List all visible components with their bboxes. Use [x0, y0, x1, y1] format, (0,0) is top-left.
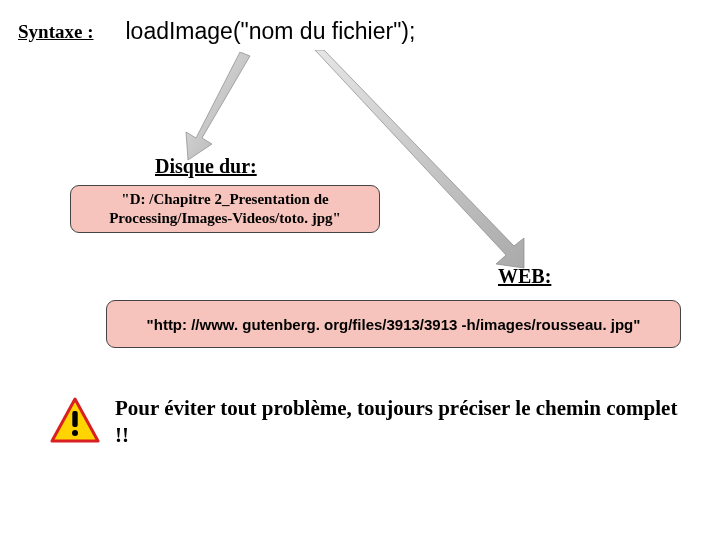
- arrow-to-web-icon: [310, 50, 530, 274]
- disque-dur-label: Disque dur:: [155, 155, 257, 178]
- disque-dur-example-text: "D: /Chapitre 2_Presentation de Processi…: [81, 190, 369, 228]
- svg-point-2: [72, 430, 78, 436]
- web-example-box: "http: //www. gutenberg. org/files/3913/…: [106, 300, 681, 348]
- warning-row: Pour éviter tout problème, toujours préc…: [50, 395, 690, 450]
- syntax-label: Syntaxe :: [18, 21, 93, 43]
- warning-icon: [50, 397, 100, 447]
- web-label: WEB:: [498, 265, 551, 288]
- web-example-text: "http: //www. gutenberg. org/files/3913/…: [147, 316, 641, 333]
- syntax-row: Syntaxe : loadImage("nom du fichier");: [18, 18, 415, 45]
- warning-text: Pour éviter tout problème, toujours préc…: [115, 395, 690, 450]
- arrow-to-disque-icon: [180, 52, 260, 166]
- disque-dur-example-box: "D: /Chapitre 2_Presentation de Processi…: [70, 185, 380, 233]
- syntax-code: loadImage("nom du fichier");: [125, 18, 415, 45]
- svg-rect-1: [72, 411, 77, 427]
